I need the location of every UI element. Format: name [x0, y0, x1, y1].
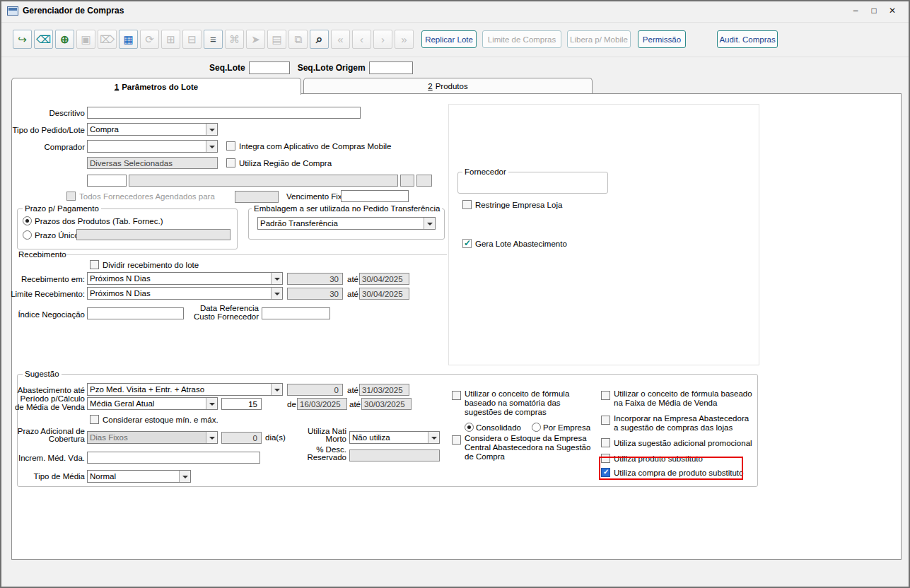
tab2-number: 2: [428, 82, 432, 90]
add-row-button: ⊞: [161, 30, 180, 49]
limite-recebimento-label: Limite Recebimento:: [8, 290, 85, 298]
data-referencia-input[interactable]: [262, 307, 330, 319]
prazos-produtos-radio[interactable]: [23, 216, 32, 225]
comprador-combo[interactable]: [87, 140, 218, 153]
maximize-icon[interactable]: □: [866, 4, 882, 18]
dividir-recebimento-checkbox[interactable]: [90, 260, 99, 269]
add-icon: ⊕: [60, 34, 69, 45]
send-button: ➤: [246, 30, 265, 49]
formula-faixa-label: Utilizar o conceito de fórmula baseado n…: [614, 389, 755, 408]
periodo-de-field: 16/03/2025: [297, 398, 347, 410]
tab-parametros-do-lote[interactable]: 1 Parâmetros do Lote: [11, 78, 301, 95]
filter-icon: ≡: [210, 34, 216, 45]
recebimento-em-label: Recebimento em:: [8, 275, 85, 283]
descritivo-input[interactable]: [87, 107, 361, 119]
permissao-button[interactable]: Permissão: [638, 30, 686, 48]
sugestao-title: Sugestão: [23, 370, 62, 378]
tab-produtos[interactable]: 2 Produtos: [303, 78, 593, 94]
fornecedor-extra-field-2: [416, 175, 432, 187]
limite-recebimento-ate-label: até: [347, 290, 358, 298]
periodo-num-input[interactable]: 15: [221, 398, 262, 410]
estoque-central-checkbox[interactable]: [452, 435, 461, 445]
considerar-estoque-checkbox[interactable]: [90, 415, 99, 424]
clipboard-icon: ⧉: [294, 34, 302, 45]
close-icon[interactable]: ✕: [885, 4, 900, 18]
limite-recebimento-combo[interactable]: Próximos N Dias: [87, 287, 283, 300]
restringe-empresa-checkbox[interactable]: [462, 200, 472, 209]
empresas-field: Diversas Selecionadas: [87, 157, 218, 169]
toolbar-divider: [1, 57, 909, 57]
refresh-button: ⟳: [140, 30, 159, 49]
limite-compras-button: Limite de Compras: [482, 30, 561, 48]
recebimento-em-ate-label: até: [347, 275, 358, 283]
tipo-pedido-value: Compra: [90, 124, 204, 134]
grid-button[interactable]: ▦: [119, 30, 138, 49]
window: Gerenciador de Compras – □ ✕ ↪ ⌫ ⊕ ▣ ⌦ ▦…: [0, 0, 910, 588]
libera-mobile-button: Libera p/ Mobile: [567, 30, 631, 48]
prazo-pagamento-title: Prazo p/ Pagamento: [23, 204, 101, 213]
replicar-lote-button[interactable]: Replicar Lote: [421, 30, 477, 48]
prazo-adicional-label-2: Cobertura: [8, 435, 85, 443]
nati-morto-combo[interactable]: Não utiliza: [349, 431, 440, 444]
keys-icon: ⌘: [229, 34, 240, 45]
compra-produto-substituto-label: Utiliza compra de produto substituto: [614, 469, 743, 477]
recebimento-title: Recebimento: [18, 250, 66, 259]
integra-mobile-checkbox[interactable]: [226, 141, 235, 151]
compra-produto-substituto-checkbox[interactable]: [601, 468, 610, 477]
por-empresa-radio[interactable]: [532, 423, 541, 432]
audit-compras-button[interactable]: Audit. Compras: [717, 30, 778, 48]
nav-next-icon: ›: [381, 34, 385, 45]
incorporar-abastecedora-checkbox[interactable]: [601, 416, 610, 425]
abastecimento-combo[interactable]: Pzo Med. Visita + Entr. + Atraso: [87, 383, 283, 396]
seq-lote-input[interactable]: [249, 61, 290, 74]
sugestao-promocional-checkbox[interactable]: [601, 438, 610, 447]
limite-recebimento-dias-field: 30: [287, 288, 343, 300]
embalagem-value: Padrão Transferência: [260, 218, 422, 228]
periodo-combo[interactable]: Média Geral Atual: [87, 397, 218, 410]
formula-faixa-checkbox[interactable]: [601, 391, 610, 400]
chevron-down-icon: [179, 471, 190, 482]
exit-button[interactable]: ↪: [13, 30, 32, 49]
fornecedor-code-input[interactable]: [87, 175, 127, 187]
minimize-icon[interactable]: –: [848, 4, 863, 18]
indice-negociacao-input[interactable]: [87, 307, 184, 319]
nati-morto-label-2: Morto: [305, 435, 346, 443]
add-button[interactable]: ⊕: [55, 30, 74, 49]
formula-somatoria-checkbox[interactable]: [452, 391, 461, 400]
tipo-pedido-combo[interactable]: Compra: [87, 123, 218, 136]
consolidado-radio[interactable]: [465, 423, 474, 432]
embalagem-title: Embalagem a ser utilizada no Pedido Tran…: [252, 204, 442, 213]
abastecimento-label: Abastecimento até: [8, 386, 85, 394]
clear-button[interactable]: ⌫: [34, 30, 53, 49]
chevron-down-icon: [424, 218, 435, 229]
prazo-unico-radio[interactable]: [23, 230, 32, 240]
integra-mobile-label: Integra com Aplicativo de Compras Mobile: [239, 142, 391, 151]
fornecedor-extra-field-1: [400, 175, 414, 187]
save-icon: ▣: [81, 34, 91, 45]
embalagem-combo[interactable]: Padrão Transferência: [257, 217, 436, 230]
gera-lote-checkbox[interactable]: [462, 239, 472, 248]
remove-row-icon: ⊟: [187, 34, 197, 45]
utiliza-regiao-checkbox[interactable]: [226, 158, 235, 167]
seq-lote-origem-label: Seq.Lote Origem: [298, 63, 366, 73]
increm-med-input[interactable]: [87, 452, 260, 464]
periodo-ate-field: 30/03/2025: [361, 398, 412, 410]
search-button[interactable]: ⌕: [310, 30, 329, 49]
seq-lote-origem-input[interactable]: [369, 61, 413, 74]
periodo-label-1: Período p/Cálculo: [8, 394, 85, 403]
abastecimento-num-field: 0: [287, 384, 343, 396]
recebimento-em-combo[interactable]: Próximos N Dias: [87, 272, 283, 285]
recebimento-em-dias-field: 30: [287, 273, 343, 285]
produto-substituto-checkbox[interactable]: [601, 454, 610, 463]
increm-med-label: Increm. Méd. Vda.: [8, 454, 85, 462]
filter-button[interactable]: ≡: [204, 30, 223, 49]
dividir-recebimento-label: Dividir recebimento do lote: [103, 261, 199, 269]
nati-morto-value: Não utiliza: [352, 433, 426, 442]
delete-button: ⌦: [98, 30, 117, 49]
fornecedor-name-field: [129, 175, 398, 187]
tipo-media-combo[interactable]: Normal: [87, 470, 191, 483]
desc-reservado-label-2: Reservado: [305, 453, 346, 461]
vencimento-fixo-input[interactable]: [341, 190, 409, 202]
abastecimento-ate-field: 31/03/2025: [359, 384, 409, 396]
periodo-de-label: de: [287, 400, 296, 408]
